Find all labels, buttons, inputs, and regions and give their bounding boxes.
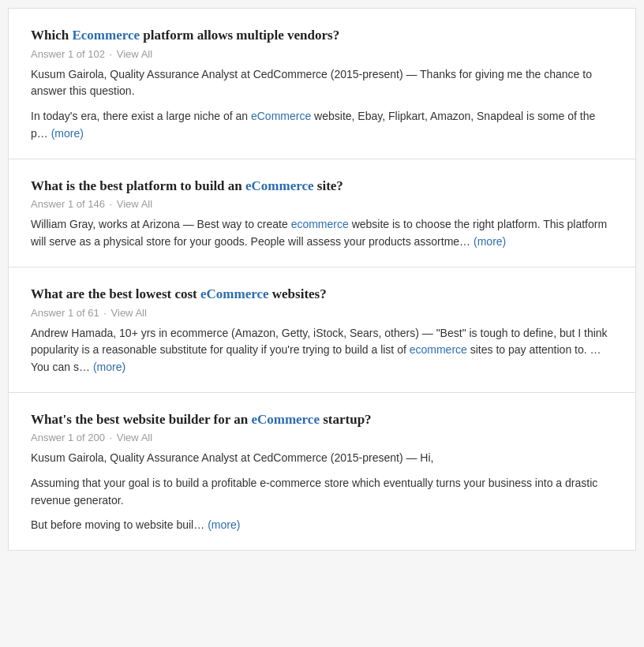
answer-para-4-1: Kusum Gairola, Quality Assurance Analyst…	[31, 450, 613, 467]
content-card: Which Ecommerce platform allows multiple…	[8, 8, 636, 551]
ecommerce-link-2[interactable]: ecommerce	[291, 218, 349, 230]
highlight-ecommerce-1: Ecommerce	[72, 28, 140, 43]
view-all-link-4[interactable]: View All	[117, 432, 152, 443]
answer-body-3: Andrew Hamada, 10+ yrs in ecommerce (Ama…	[31, 325, 613, 376]
answer-para-1-1: Kusum Gairola, Quality Assurance Analyst…	[31, 66, 613, 100]
highlight-ecommerce-4: eCommerce	[251, 412, 320, 427]
more-link-4[interactable]: (more)	[208, 518, 240, 531]
answer-meta-1: Answer 1 of 102 · View All	[31, 48, 613, 60]
question-title-2: What is the best platform to build an eC…	[31, 177, 613, 196]
question-title-3: What are the best lowest cost eCommerce …	[31, 285, 613, 304]
answer-para-2-1: William Gray, works at Arizona — Best wa…	[31, 216, 613, 250]
question-block-4: What's the best website builder for an e…	[9, 393, 635, 551]
answer-body-2: William Gray, works at Arizona — Best wa…	[31, 216, 613, 250]
answer-meta-3: Answer 1 of 61 · View All	[31, 307, 613, 319]
more-link-1[interactable]: (more)	[51, 127, 84, 140]
question-title-1: Which Ecommerce platform allows multiple…	[31, 26, 613, 45]
highlight-ecommerce-2: eCommerce	[245, 178, 314, 193]
question-block-2: What is the best platform to build an eC…	[9, 159, 635, 267]
answer-para-1-2: In today's era, there exist a large nich…	[31, 108, 613, 142]
answer-body-1: Kusum Gairola, Quality Assurance Analyst…	[31, 66, 613, 143]
answer-body-4: Kusum Gairola, Quality Assurance Analyst…	[31, 450, 613, 534]
answer-meta-2: Answer 1 of 146 · View All	[31, 198, 613, 210]
view-all-link-3[interactable]: View All	[111, 307, 147, 319]
highlight-ecommerce-3: eCommerce	[200, 286, 269, 301]
ecommerce-link-3[interactable]: ecommerce	[410, 343, 467, 356]
more-link-2[interactable]: (more)	[474, 235, 506, 248]
answer-para-3-1: Andrew Hamada, 10+ yrs in ecommerce (Ama…	[31, 325, 613, 376]
view-all-link-1[interactable]: View All	[117, 48, 152, 60]
view-all-link-2[interactable]: View All	[117, 198, 152, 210]
question-block-3: What are the best lowest cost eCommerce …	[9, 267, 635, 393]
question-block-1: Which Ecommerce platform allows multiple…	[9, 9, 635, 159]
page-container: Which Ecommerce platform allows multiple…	[0, 0, 644, 647]
question-title-4: What's the best website builder for an e…	[31, 410, 613, 429]
ecommerce-link-1[interactable]: eCommerce	[251, 110, 311, 122]
answer-para-4-3: But before moving to website buil… (more…	[31, 517, 613, 534]
answer-meta-4: Answer 1 of 200 · View All	[31, 432, 613, 443]
more-link-3[interactable]: (more)	[93, 361, 125, 373]
answer-para-4-2: Assuming that your goal is to build a pr…	[31, 475, 613, 509]
